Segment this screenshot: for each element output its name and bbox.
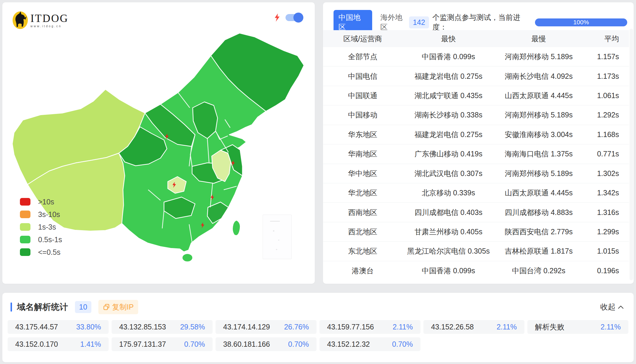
dns-title: 域名解析统计 [17, 301, 68, 313]
legend-swatch [20, 198, 30, 206]
cell-region: 中国移动 [323, 110, 403, 120]
table-row: 西南地区 四川成都电信 0.403s 四川成都移动 4.883s 1.316s [323, 203, 629, 222]
cell-region: 华东地区 [323, 130, 403, 139]
map-panel: ITDOG www.itdog.cn [2, 2, 315, 284]
dns-entry-ip: 43.174.14.129 [223, 323, 270, 331]
cell-region: 东北地区 [323, 246, 403, 256]
col-header-average: 平均 [583, 34, 629, 44]
table-row: 中国移动 湖南长沙移动 0.338s 河南郑州移动 5.189s 1.292s [323, 105, 629, 125]
cell-region: 华南地区 [323, 149, 403, 159]
cell-region: 中国联通 [323, 91, 403, 100]
dns-entry[interactable]: 43.159.77.156 2.11% [319, 320, 420, 334]
cell-fastest: 四川成都电信 0.403s [403, 208, 495, 217]
dns-entry-ip: 43.132.85.153 [119, 323, 166, 331]
table-row: 东北地区 黑龙江哈尔滨电信 0.305s 吉林松原联通 1.817s 1.015… [323, 242, 629, 261]
table-row: 中国联通 湖北咸宁联通 0.435s 山西太原联通 4.445s 1.061s [323, 86, 629, 105]
cell-average: 1.168s [583, 130, 629, 139]
cell-average: 1.157s [583, 52, 629, 61]
cell-average: 1.302s [583, 169, 629, 178]
tab-overseas-region[interactable]: 海外地区 [380, 13, 409, 32]
itdog-logo[interactable]: ITDOG www.itdog.cn [12, 11, 69, 29]
cell-average: 1.299s [583, 228, 629, 236]
map-region-taiwan [232, 220, 240, 235]
dns-entry[interactable]: 38.60.181.166 0.70% [216, 337, 317, 351]
cell-fastest: 中国香港 0.099s [403, 266, 495, 276]
col-header-region: 区域/运营商 [323, 34, 403, 44]
cell-average: 1.292s [583, 111, 629, 119]
cell-slowest: 湖南长沙电信 4.092s [494, 71, 583, 81]
collapse-label: 收起 [600, 302, 616, 312]
collapse-button[interactable]: 收起 [600, 302, 624, 312]
dns-entries: 43.175.44.57 33.80% 43.132.85.153 29.58%… [8, 320, 628, 351]
legend-swatch [20, 248, 30, 256]
cell-average: 1.061s [583, 91, 629, 100]
cell-slowest: 河南郑州移动 5.189s [494, 110, 583, 120]
dns-entry[interactable]: 解析失败 2.11% [527, 320, 628, 334]
copy-ip-label: 复制IP [112, 302, 134, 312]
cell-fastest: 广东佛山移动 0.419s [403, 149, 495, 159]
dns-entry[interactable]: 43.152.12.32 0.70% [319, 337, 420, 351]
cell-region: 西北地区 [323, 227, 403, 237]
dns-entry[interactable]: 43.132.85.153 29.58% [112, 320, 213, 334]
cell-region: 华北地区 [323, 188, 403, 198]
table-header-row: 区域/运营商 最快 最慢 平均 [323, 30, 629, 47]
dns-entry-percent: 2.11% [497, 323, 517, 331]
dns-entry-percent: 0.70% [184, 340, 205, 348]
legend-label: 1s-3s [38, 223, 56, 231]
legend-item: 3s-10s [20, 211, 62, 218]
dns-entry[interactable]: 43.152.0.170 1.41% [8, 337, 109, 351]
dns-entry[interactable]: 43.175.44.57 33.80% [8, 320, 109, 334]
cell-fastest: 湖北武汉电信 0.307s [403, 169, 495, 178]
legend-swatch [20, 223, 30, 231]
dns-entry-ip: 38.60.181.166 [223, 340, 270, 348]
cell-fastest: 湖南长沙移动 0.338s [403, 110, 495, 120]
dns-entry-percent: 33.80% [76, 323, 101, 331]
cell-average: 1.342s [583, 189, 629, 197]
scrollbar[interactable] [630, 29, 633, 280]
cell-average: 1.015s [583, 247, 629, 255]
legend-item: 1s-3s [20, 223, 62, 231]
dns-entry-percent: 0.70% [288, 340, 309, 348]
dns-entry-percent: 1.41% [80, 340, 101, 348]
cell-region: 中国电信 [323, 71, 403, 81]
south-china-sea-inset [263, 215, 292, 259]
copy-ip-button[interactable]: 复制IP [98, 300, 139, 314]
dns-entry[interactable]: 175.97.131.37 0.70% [112, 337, 213, 351]
table-row: 全部节点 中国香港 0.099s 河南郑州移动 5.189s 1.157s [323, 47, 629, 66]
dns-entry-ip: 43.175.44.57 [15, 323, 58, 331]
results-table: 区域/运营商 最快 最慢 平均 全部节点 中国香港 0.099s 河南郑州移动 … [323, 30, 629, 280]
progress-bar: 100% [535, 18, 627, 26]
col-header-fastest: 最快 [403, 34, 495, 44]
cell-slowest: 海南海口电信 1.375s [494, 149, 583, 159]
results-panel: 中国地区 海外地区 142 个监测点参与测试，当前进度： 100% 区域/运营商… [323, 2, 634, 284]
toggle-knob [293, 13, 303, 23]
legend-item: 0.5s-1s [20, 236, 62, 243]
cell-slowest: 河南郑州移动 5.189s [494, 52, 583, 61]
dns-entry-percent: 29.58% [180, 323, 205, 331]
map-marker-toggle[interactable] [285, 14, 302, 21]
legend-swatch [20, 236, 30, 243]
table-body: 全部节点 中国香港 0.099s 河南郑州移动 5.189s 1.157s 中国… [323, 47, 629, 280]
legend-label: <=0.5s [38, 248, 60, 257]
dns-entry-ip: 175.97.131.37 [119, 340, 166, 348]
legend-label: 0.5s-1s [38, 235, 62, 244]
dns-entry[interactable]: 43.152.26.58 2.11% [423, 320, 524, 334]
legend-label: >10s [38, 198, 54, 206]
chevron-up-icon [618, 305, 624, 309]
legend-label: 3s-10s [38, 210, 60, 219]
table-row: 华东地区 福建龙岩电信 0.275s 安徽淮南移动 3.004s 1.168s [323, 125, 629, 144]
dns-entry-percent: 26.76% [284, 323, 309, 331]
cell-slowest: 河南郑州移动 5.189s [494, 169, 583, 178]
cell-region: 全部节点 [323, 52, 403, 61]
monitor-text: 个监测点参与测试，当前进度： [432, 13, 533, 32]
cell-slowest: 吉林松原联通 1.817s [494, 246, 583, 256]
dns-entry[interactable]: 43.174.14.129 26.76% [216, 320, 317, 334]
map-region-hainan [182, 254, 193, 262]
logo-title: ITDOG [30, 13, 69, 24]
legend-swatch [20, 211, 30, 218]
table-row: 中国电信 福建龙岩电信 0.275s 湖南长沙电信 4.092s 1.173s [323, 66, 629, 86]
monitor-count-badge: 142 [409, 16, 429, 28]
progress-value: 100% [573, 19, 589, 26]
dns-entry-percent: 0.70% [392, 340, 413, 348]
cell-slowest: 四川成都移动 4.883s [494, 208, 583, 217]
